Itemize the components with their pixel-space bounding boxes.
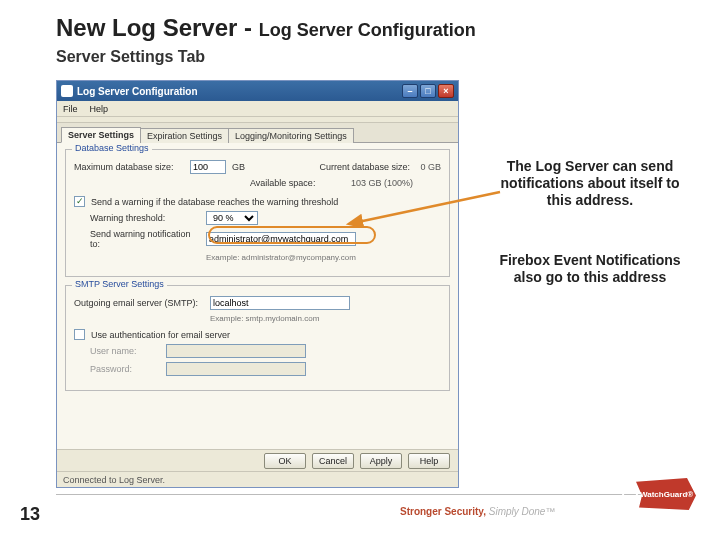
tagline-em: Simply Done™ <box>489 506 556 517</box>
logo-text: WatchGuard® <box>640 490 693 499</box>
group-title-database: Database Settings <box>72 143 152 153</box>
cancel-button[interactable]: Cancel <box>312 453 354 469</box>
example-smtp-server: Example: smtp.mydomain.com <box>210 314 319 323</box>
label-warning-threshold: Warning threshold: <box>90 213 200 223</box>
checkbox-smtp-auth[interactable] <box>74 329 85 340</box>
label-notification-email: Send warning notification to: <box>90 229 200 249</box>
heading-main: New Log Server - <box>56 14 259 41</box>
example-notification-email: Example: administrator@mycompany.com <box>206 253 356 262</box>
menu-help[interactable]: Help <box>90 104 109 114</box>
heading-sub: Log Server Configuration <box>259 20 476 40</box>
apply-button[interactable]: Apply <box>360 453 402 469</box>
label-current-db-size: Current database size: <box>319 162 414 172</box>
app-window: Log Server Configuration – □ × File Help… <box>56 80 459 488</box>
footer-rule <box>56 494 676 495</box>
maximize-icon: □ <box>425 87 430 96</box>
group-smtp-settings: SMTP Server Settings Outgoing email serv… <box>65 285 450 391</box>
tagline-strong: Stronger Security, <box>400 506 489 517</box>
logo-circle-icon <box>622 486 638 502</box>
group-database-settings: Database Settings Maximum database size:… <box>65 149 450 277</box>
annotation-1: The Log Server can send notifications ab… <box>490 158 690 208</box>
dialog-button-row: OK Cancel Apply Help <box>57 449 458 471</box>
slide-heading: New Log Server - Log Server Configuratio… <box>56 14 476 42</box>
input-max-db-size[interactable] <box>190 160 226 174</box>
window-title: Log Server Configuration <box>77 86 400 97</box>
group-title-smtp: SMTP Server Settings <box>72 279 167 289</box>
help-button[interactable]: Help <box>408 453 450 469</box>
statusbar: Connected to Log Server. <box>57 471 458 487</box>
dialog-body: Database Settings Maximum database size:… <box>57 143 458 449</box>
label-available-space: Available space: <box>250 178 345 188</box>
page-number: 13 <box>20 504 40 525</box>
ok-button[interactable]: OK <box>264 453 306 469</box>
highlight-circle-tab <box>58 123 130 139</box>
value-current-db-size: 0 GB <box>420 162 441 172</box>
minimize-button[interactable]: – <box>402 84 418 98</box>
watchguard-logo: WatchGuard® <box>616 478 696 518</box>
maximize-button[interactable]: □ <box>420 84 436 98</box>
tab-expiration-settings[interactable]: Expiration Settings <box>140 128 229 143</box>
label-warning-checkbox: Send a warning if the database reaches t… <box>91 197 338 207</box>
close-button[interactable]: × <box>438 84 454 98</box>
app-icon <box>61 85 73 97</box>
label-max-db-size: Maximum database size: <box>74 162 184 172</box>
label-smtp-server: Outgoing email server (SMTP): <box>74 298 204 308</box>
slide-subtitle: Server Settings Tab <box>56 48 205 66</box>
checkbox-warning-threshold[interactable] <box>74 196 85 207</box>
label-username: User name: <box>90 346 160 356</box>
value-available-space: 103 GB (100%) <box>351 178 413 188</box>
tab-logging-settings[interactable]: Logging/Monitoring Settings <box>228 128 354 143</box>
menubar: File Help <box>57 101 458 117</box>
input-username <box>166 344 306 358</box>
titlebar: Log Server Configuration – □ × <box>57 81 458 101</box>
close-icon: × <box>443 87 448 96</box>
label-password: Password: <box>90 364 160 374</box>
input-notification-email[interactable] <box>206 232 356 246</box>
minimize-icon: – <box>407 87 412 96</box>
tagline: Stronger Security, Simply Done™ <box>400 506 555 517</box>
annotation-2: Firebox Event Notifications also go to t… <box>490 252 690 286</box>
label-smtp-auth: Use authentication for email server <box>91 330 230 340</box>
input-password <box>166 362 306 376</box>
menu-file[interactable]: File <box>63 104 78 114</box>
unit-gb: GB <box>232 162 245 172</box>
select-warning-threshold[interactable]: 90 % <box>206 211 258 225</box>
input-smtp-server[interactable] <box>210 296 350 310</box>
status-text: Connected to Log Server. <box>63 475 165 485</box>
